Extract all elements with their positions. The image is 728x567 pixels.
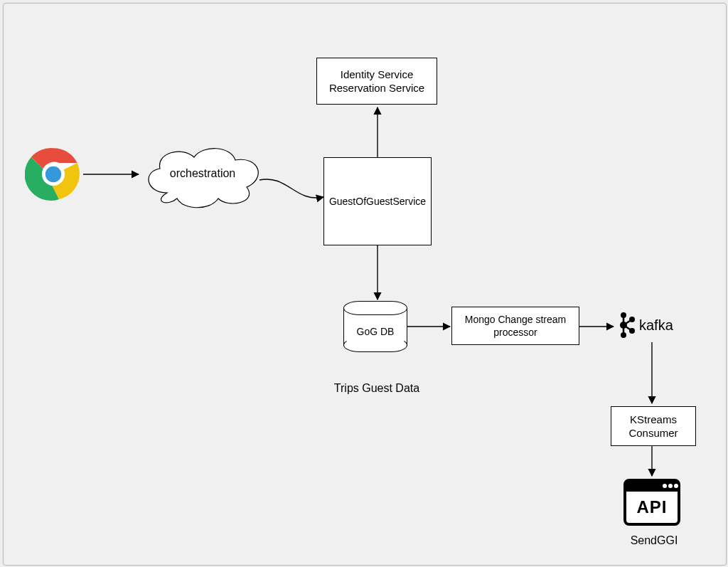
chrome-icon: [25, 146, 82, 203]
mongo-processor-box: Mongo Change stream processor: [451, 307, 579, 345]
identity-line1: Identity Service: [341, 68, 414, 80]
kafka-node: kafka: [616, 311, 695, 339]
identity-reservation-box: Identity Service Reservation Service: [316, 58, 437, 105]
kstreams-line1: KStreams: [630, 413, 677, 425]
orchestration-label: orchestration: [139, 167, 267, 180]
diagram-canvas: orchestration Identity Service Reservati…: [3, 3, 727, 566]
api-text: API: [623, 497, 680, 517]
api-icon: API: [623, 479, 680, 526]
gog-service-box: GuestOfGuestService: [323, 157, 432, 245]
svg-point-15: [663, 484, 667, 488]
orchestration-cloud: orchestration: [139, 143, 267, 208]
kstreams-line2: Consumer: [628, 427, 678, 439]
gog-db-cylinder: GoG DB: [343, 301, 407, 352]
kstreams-box: KStreams Consumer: [611, 406, 696, 446]
sendggi-label: SendGGI: [622, 534, 686, 547]
gog-db-label: GoG DB: [343, 326, 407, 337]
mongo-line1: Mongo Change stream: [465, 314, 566, 325]
kafka-icon: [616, 311, 636, 339]
gog-service-label: GuestOfGuestService: [329, 195, 426, 208]
svg-point-2: [46, 166, 61, 182]
svg-point-17: [674, 484, 678, 488]
identity-line2: Reservation Service: [329, 82, 424, 94]
trips-guest-data-label: Trips Guest Data: [331, 382, 423, 395]
svg-point-16: [668, 484, 673, 488]
mongo-line2: processor: [493, 327, 537, 338]
kafka-label: kafka: [639, 317, 673, 334]
